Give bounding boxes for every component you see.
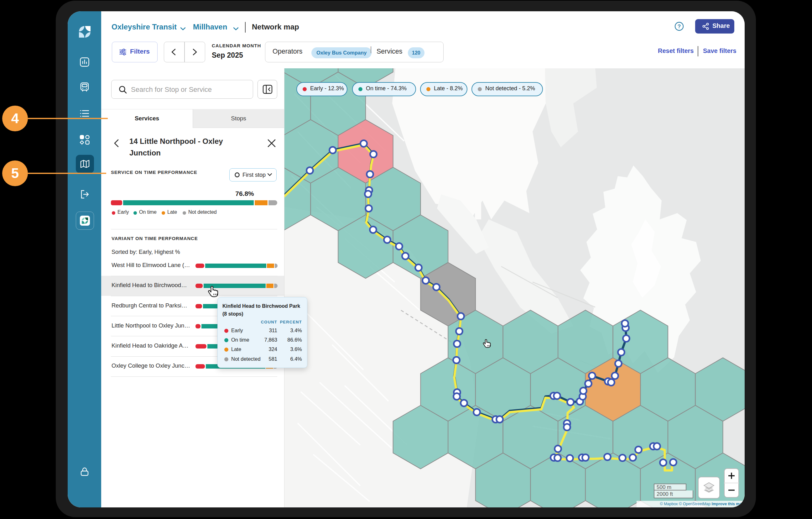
svg-text:4: 4 [11,111,19,126]
svg-text:5: 5 [11,165,19,181]
